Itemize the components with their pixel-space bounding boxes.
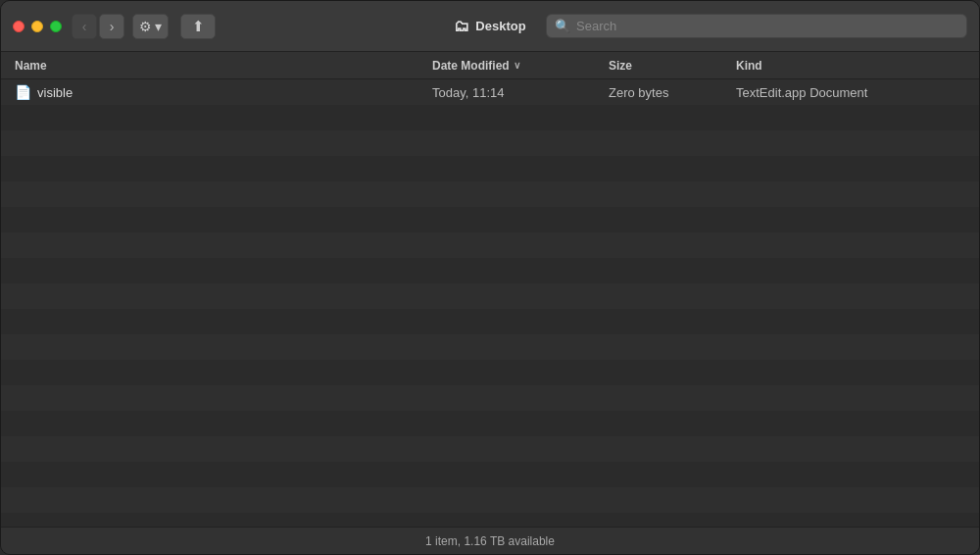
share-button[interactable]: ⬆ bbox=[180, 14, 216, 39]
statusbar-text: 1 item, 1.16 TB available bbox=[425, 534, 555, 548]
folder-icon: 🗂 bbox=[454, 18, 469, 35]
traffic-lights bbox=[13, 21, 62, 32]
back-button[interactable]: ‹ bbox=[72, 14, 97, 39]
col-header-kind[interactable]: Kind bbox=[736, 59, 969, 73]
empty-row bbox=[1, 258, 979, 283]
minimize-button[interactable] bbox=[31, 21, 43, 32]
search-icon: 🔍 bbox=[555, 19, 570, 33]
empty-row bbox=[1, 385, 979, 411]
empty-row bbox=[1, 487, 979, 513]
col-header-date[interactable]: Date Modified ∨ bbox=[432, 59, 609, 73]
empty-row bbox=[1, 283, 979, 309]
empty-row bbox=[1, 309, 979, 334]
empty-row bbox=[1, 360, 979, 385]
table-row[interactable]: 📄 visible Today, 11:14 Zero bytes TextEd… bbox=[1, 79, 979, 105]
empty-row bbox=[1, 334, 979, 360]
empty-row bbox=[1, 156, 979, 181]
col-header-name[interactable]: Name bbox=[11, 59, 432, 73]
forward-button[interactable]: › bbox=[99, 14, 124, 39]
search-input[interactable] bbox=[576, 19, 958, 33]
empty-row bbox=[1, 232, 979, 258]
titlebar: ‹ › ⚙ ▾ ⬆ 🗂 Desktop 🔍 bbox=[1, 1, 979, 52]
search-input-wrapper: 🔍 bbox=[546, 14, 967, 38]
window-title: 🗂 Desktop bbox=[454, 18, 525, 35]
gear-button[interactable]: ⚙ ▾ bbox=[132, 14, 169, 39]
empty-row bbox=[1, 105, 979, 130]
close-button[interactable] bbox=[13, 21, 24, 32]
window-title-text: Desktop bbox=[475, 19, 525, 33]
back-icon: ‹ bbox=[82, 19, 87, 34]
file-name-cell: 📄 visible bbox=[11, 84, 432, 100]
file-name: visible bbox=[37, 85, 73, 100]
action-buttons: ⚙ ▾ bbox=[132, 14, 169, 39]
empty-row bbox=[1, 436, 979, 462]
empty-row bbox=[1, 411, 979, 436]
share-icon: ⬆ bbox=[192, 18, 205, 35]
empty-row bbox=[1, 462, 979, 487]
empty-row bbox=[1, 207, 979, 232]
sort-arrow-icon: ∨ bbox=[514, 60, 520, 71]
empty-rows bbox=[1, 105, 979, 527]
empty-row bbox=[1, 513, 979, 527]
file-size-cell: Zero bytes bbox=[609, 85, 736, 100]
column-headers: Name Date Modified ∨ Size Kind bbox=[1, 52, 979, 79]
col-header-size[interactable]: Size bbox=[609, 59, 736, 73]
file-icon: 📄 bbox=[15, 84, 31, 100]
forward-icon: › bbox=[110, 19, 115, 34]
nav-buttons: ‹ › bbox=[72, 14, 124, 39]
file-list: 📄 visible Today, 11:14 Zero bytes TextEd… bbox=[1, 79, 979, 527]
maximize-button[interactable] bbox=[50, 21, 62, 32]
empty-row bbox=[1, 130, 979, 156]
empty-row bbox=[1, 181, 979, 207]
search-bar: 🔍 bbox=[546, 14, 967, 38]
finder-window: ‹ › ⚙ ▾ ⬆ 🗂 Desktop 🔍 bbox=[0, 0, 980, 555]
file-date-cell: Today, 11:14 bbox=[432, 85, 609, 100]
gear-arrow-icon: ▾ bbox=[155, 19, 162, 34]
statusbar: 1 item, 1.16 TB available bbox=[1, 527, 979, 554]
gear-icon: ⚙ bbox=[139, 19, 152, 34]
file-kind-cell: TextEdit.app Document bbox=[736, 85, 969, 100]
